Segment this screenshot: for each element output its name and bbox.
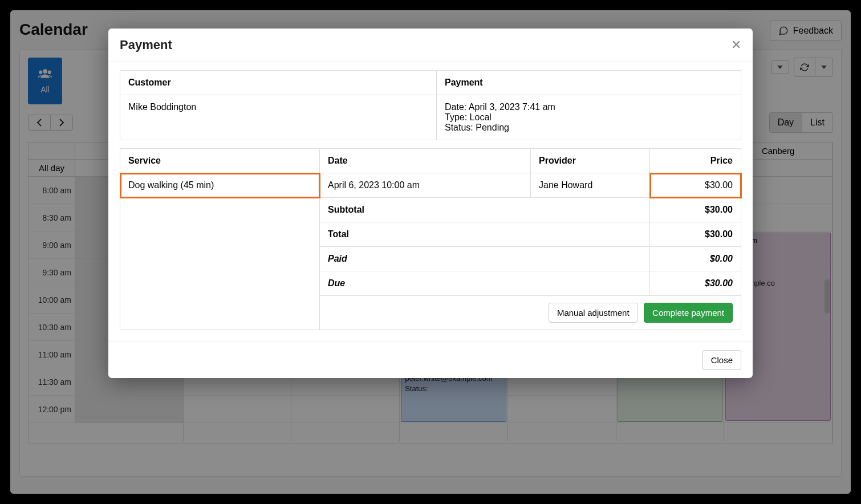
payment-header: Payment [437,71,741,95]
subtotal-label: Subtotal [320,198,650,222]
paid-value: $0.00 [650,247,741,271]
close-icon[interactable]: ✕ [731,38,741,52]
service-provider: Jane Howard [531,173,650,198]
complete-payment-button[interactable]: Complete payment [644,303,733,323]
subtotal-value: $30.00 [650,198,741,222]
service-header: Service [120,149,320,173]
customer-payment-table: Customer Payment Mike Boddington Date: A… [120,70,741,140]
service-price: $30.00 [650,173,741,198]
service-table: Service Date Provider Price Dog walking … [120,148,741,330]
modal-title: Payment [120,38,172,52]
due-value: $30.00 [650,271,741,296]
date-header: Date [320,149,531,173]
modal-overlay: Payment ✕ Customer Payment Mike Boddingt… [10,10,851,494]
total-label: Total [320,222,650,247]
price-header: Price [650,149,741,173]
customer-name: Mike Boddington [120,95,437,140]
provider-header: Provider [531,149,650,173]
manual-adjustment-button[interactable]: Manual adjustment [549,303,638,323]
payment-details: Date: April 3, 2023 7:41 am Type: Local … [437,95,741,140]
service-value: Dog walking (45 min) [120,173,320,198]
service-date: April 6, 2023 10:00 am [320,173,531,198]
total-value: $30.00 [650,222,741,247]
paid-label: Paid [320,247,650,271]
customer-header: Customer [120,71,437,95]
payment-modal: Payment ✕ Customer Payment Mike Boddingt… [108,29,753,378]
due-label: Due [320,271,650,296]
close-button[interactable]: Close [702,350,741,370]
